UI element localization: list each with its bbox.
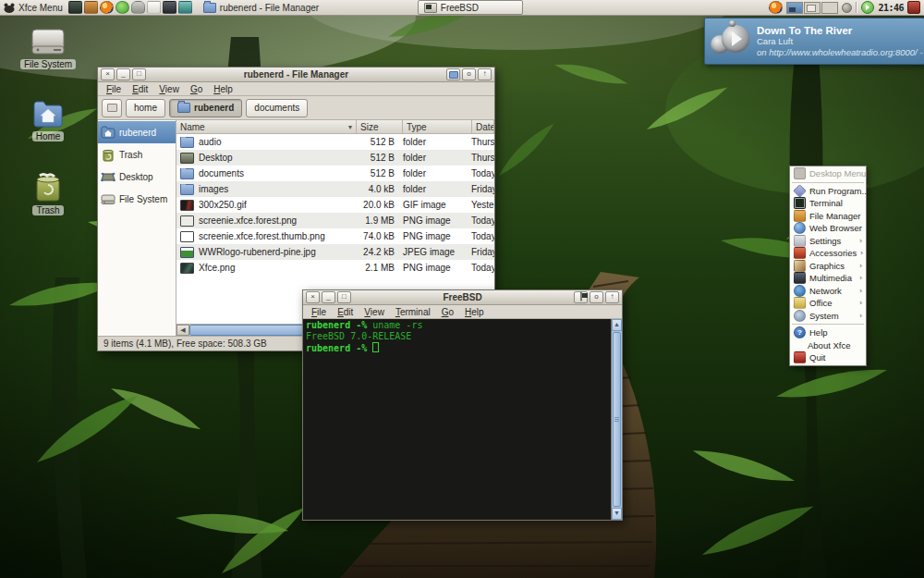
desktop-icon-home[interactable]: Home (15, 98, 81, 141)
terminal-output[interactable]: rubenerd -%uname -rsFreeBSD 7.0-RELEASEr… (303, 319, 611, 520)
submenu-arrow-icon: › (859, 312, 862, 320)
column-type[interactable]: Type (403, 120, 472, 134)
stick-button[interactable]: ↑ (605, 291, 619, 303)
menu-item-graphics[interactable]: Graphics› (791, 260, 865, 273)
terminal-window: × _ □ FreeBSD o ↑ File Edit View Termina… (302, 289, 623, 521)
minimize-button[interactable]: _ (322, 291, 335, 303)
radio-tray-icon[interactable] (861, 1, 874, 14)
cat-launcher-icon[interactable] (131, 1, 145, 14)
path-root-button[interactable] (102, 99, 122, 117)
menu-item-settings[interactable]: Settings› (791, 235, 865, 248)
workspace-2[interactable] (804, 2, 821, 14)
workspace-3[interactable] (821, 2, 838, 14)
column-name[interactable]: Name▾ (176, 120, 357, 134)
menu-edit[interactable]: Edit (332, 307, 359, 317)
scrollbar-thumb[interactable] (613, 332, 621, 507)
xfce-menu-button[interactable]: Xfce Menu (2, 0, 67, 15)
scroll-down-arrow[interactable]: ▼ (612, 508, 622, 520)
file-row[interactable]: WWRlogo-rubenerd-pine.jpg 24.2 kB JPEG i… (176, 244, 494, 260)
path-button-rubenerd[interactable]: rubenerd (169, 99, 242, 117)
terminal-titlebar[interactable]: × _ □ FreeBSD o ↑ (303, 290, 622, 305)
menu-item-web-browser[interactable]: Web Browser (791, 222, 865, 235)
volume-tray-icon[interactable] (842, 3, 852, 13)
menu-item-system[interactable]: System› (791, 310, 865, 323)
image-viewer-launcher-icon[interactable] (178, 1, 192, 14)
file-row[interactable]: screenie.xfce.forest.png 1.9 MB PNG imag… (176, 213, 494, 228)
folder-icon (177, 103, 190, 113)
png-thumbnail-icon (180, 231, 194, 242)
file-cabinet-launcher-icon[interactable] (84, 1, 98, 14)
package-tray-icon[interactable] (907, 1, 920, 14)
settings-icon (794, 235, 806, 247)
menu-item-run-program[interactable]: Run Program... (791, 185, 865, 198)
workspace-pager[interactable] (786, 2, 838, 14)
shade-button[interactable]: o (462, 68, 476, 80)
menu-view[interactable]: View (359, 307, 390, 317)
submenu-arrow-icon: › (859, 237, 862, 245)
file-row[interactable]: Xfce.png 2.1 MB PNG image Today (176, 260, 494, 276)
column-size[interactable]: Size (357, 120, 403, 134)
trash-icon (101, 148, 116, 162)
taskbar-button-file-manager[interactable]: rubenerd - File Manager (198, 1, 412, 14)
window-menu-button[interactable] (574, 291, 588, 303)
menu-item-accessories[interactable]: Accessories› (791, 247, 865, 260)
menu-item-terminal[interactable]: Terminal (791, 197, 865, 210)
maximize-button[interactable]: □ (132, 68, 146, 80)
menu-help[interactable]: Help (459, 307, 490, 317)
menu-edit[interactable]: Edit (127, 84, 153, 94)
file-row[interactable]: Desktop 512 B folder Thursday (176, 150, 494, 166)
menu-separator (792, 182, 864, 183)
file-manager-titlebar[interactable]: × _ □ rubenerd - File Manager o ↑ (98, 68, 494, 82)
menu-help[interactable]: Help (208, 84, 238, 94)
menu-item-quit[interactable]: Quit (791, 351, 865, 364)
sidebar-item-desktop[interactable]: Desktop (98, 166, 176, 188)
camera-launcher-icon[interactable] (163, 1, 176, 14)
vertical-scrollbar[interactable]: ▲ ▼ (611, 319, 622, 520)
workspace-1[interactable] (786, 2, 803, 14)
menu-file[interactable]: File (306, 307, 332, 317)
menu-go[interactable]: Go (436, 307, 459, 317)
column-date[interactable]: Date Modified (472, 120, 494, 134)
menu-item-about-xfce[interactable]: About Xfce (791, 339, 865, 352)
menu-item-network[interactable]: Network› (791, 285, 865, 298)
file-row[interactable]: documents 512 B folder Today (176, 166, 494, 181)
path-button-documents[interactable]: documents (246, 99, 308, 117)
maximize-button[interactable]: □ (337, 291, 351, 303)
firefox-launcher-icon[interactable] (100, 1, 114, 14)
file-row[interactable]: audio 512 B folder Thursday (176, 134, 494, 150)
menu-view[interactable]: View (153, 84, 185, 94)
screen-launcher-icon[interactable] (68, 1, 82, 14)
menu-item-office[interactable]: Office› (791, 297, 865, 310)
firefox-tray-icon[interactable] (769, 1, 783, 14)
path-button-home[interactable]: home (126, 99, 165, 117)
file-row[interactable]: images 4.0 kB folder Friday (176, 181, 494, 197)
close-button[interactable]: × (101, 68, 115, 80)
minimize-button[interactable]: _ (116, 68, 130, 80)
sidebar-item-file-system[interactable]: File System (98, 188, 176, 210)
file-row[interactable]: screenie.xfce.forest.thumb.png 74.0 kB P… (176, 228, 494, 244)
menu-terminal[interactable]: Terminal (390, 307, 436, 317)
menu-item-file-manager[interactable]: File Manager (791, 210, 865, 223)
menu-file[interactable]: File (101, 84, 127, 94)
close-button[interactable]: × (306, 291, 320, 303)
folder-menu-button[interactable] (446, 68, 460, 80)
stick-button[interactable]: ↑ (478, 68, 492, 80)
paint-launcher-icon[interactable] (147, 1, 161, 14)
taskbar-button-freebsd[interactable]: FreeBSD (418, 0, 523, 15)
scroll-up-arrow[interactable]: ▲ (612, 319, 622, 331)
now-playing-widget[interactable]: Down To The River Cara Luft on http://ww… (704, 18, 924, 65)
sidebar-item-trash[interactable]: Trash (98, 143, 176, 166)
terminal-cursor (372, 342, 379, 352)
media-player-launcher-icon[interactable] (116, 1, 129, 14)
scroll-left-arrow[interactable]: ◀ (176, 325, 189, 336)
menu-item-help[interactable]: ?Help (791, 326, 865, 339)
shade-button[interactable]: o (590, 291, 603, 303)
sidebar-item-rubenerd[interactable]: rubenerd (98, 121, 176, 143)
menu-item-multimedia[interactable]: Multimedia› (791, 272, 865, 285)
desktop-icon-trash[interactable]: Trash (15, 172, 81, 215)
menu-go[interactable]: Go (185, 84, 208, 94)
window-title: FreeBSD (353, 292, 572, 302)
file-row[interactable]: 300x250.gif 20.0 kB GIF image Yesterday (176, 197, 494, 213)
desktop-icon-file-system[interactable]: File System (15, 26, 81, 69)
clock[interactable]: 21:46 (878, 3, 904, 13)
